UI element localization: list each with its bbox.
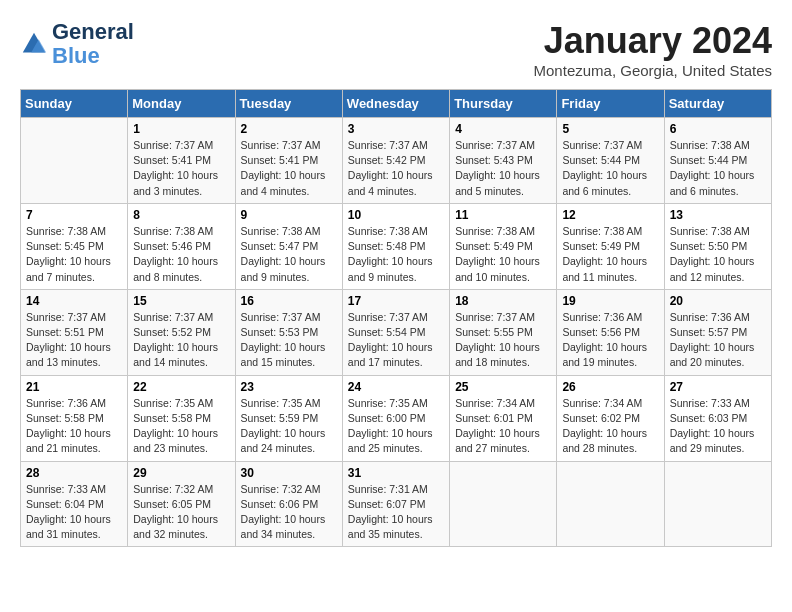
week-row-2: 7Sunrise: 7:38 AM Sunset: 5:45 PM Daylig… <box>21 203 772 289</box>
day-info: Sunrise: 7:31 AM Sunset: 6:07 PM Dayligh… <box>348 482 444 543</box>
day-cell: 29Sunrise: 7:32 AM Sunset: 6:05 PM Dayli… <box>128 461 235 547</box>
day-cell: 16Sunrise: 7:37 AM Sunset: 5:53 PM Dayli… <box>235 289 342 375</box>
day-cell: 30Sunrise: 7:32 AM Sunset: 6:06 PM Dayli… <box>235 461 342 547</box>
day-number: 11 <box>455 208 551 222</box>
location: Montezuma, Georgia, United States <box>534 62 772 79</box>
header-row: SundayMondayTuesdayWednesdayThursdayFrid… <box>21 90 772 118</box>
day-number: 12 <box>562 208 658 222</box>
day-number: 5 <box>562 122 658 136</box>
day-number: 7 <box>26 208 122 222</box>
day-cell: 8Sunrise: 7:38 AM Sunset: 5:46 PM Daylig… <box>128 203 235 289</box>
day-number: 17 <box>348 294 444 308</box>
day-cell <box>450 461 557 547</box>
day-info: Sunrise: 7:37 AM Sunset: 5:53 PM Dayligh… <box>241 310 337 371</box>
day-info: Sunrise: 7:38 AM Sunset: 5:44 PM Dayligh… <box>670 138 766 199</box>
day-info: Sunrise: 7:35 AM Sunset: 5:59 PM Dayligh… <box>241 396 337 457</box>
day-number: 26 <box>562 380 658 394</box>
day-info: Sunrise: 7:37 AM Sunset: 5:41 PM Dayligh… <box>241 138 337 199</box>
day-number: 15 <box>133 294 229 308</box>
day-cell: 28Sunrise: 7:33 AM Sunset: 6:04 PM Dayli… <box>21 461 128 547</box>
day-cell: 3Sunrise: 7:37 AM Sunset: 5:42 PM Daylig… <box>342 118 449 204</box>
day-cell: 1Sunrise: 7:37 AM Sunset: 5:41 PM Daylig… <box>128 118 235 204</box>
day-number: 9 <box>241 208 337 222</box>
day-cell: 4Sunrise: 7:37 AM Sunset: 5:43 PM Daylig… <box>450 118 557 204</box>
day-info: Sunrise: 7:35 AM Sunset: 5:58 PM Dayligh… <box>133 396 229 457</box>
day-number: 28 <box>26 466 122 480</box>
title-block: January 2024 Montezuma, Georgia, United … <box>534 20 772 79</box>
logo: General Blue <box>20 20 134 68</box>
day-info: Sunrise: 7:37 AM Sunset: 5:52 PM Dayligh… <box>133 310 229 371</box>
day-cell <box>21 118 128 204</box>
day-info: Sunrise: 7:33 AM Sunset: 6:03 PM Dayligh… <box>670 396 766 457</box>
day-info: Sunrise: 7:38 AM Sunset: 5:48 PM Dayligh… <box>348 224 444 285</box>
col-header-monday: Monday <box>128 90 235 118</box>
day-info: Sunrise: 7:38 AM Sunset: 5:49 PM Dayligh… <box>455 224 551 285</box>
day-cell: 14Sunrise: 7:37 AM Sunset: 5:51 PM Dayli… <box>21 289 128 375</box>
col-header-friday: Friday <box>557 90 664 118</box>
day-info: Sunrise: 7:37 AM Sunset: 5:41 PM Dayligh… <box>133 138 229 199</box>
day-cell: 24Sunrise: 7:35 AM Sunset: 6:00 PM Dayli… <box>342 375 449 461</box>
day-number: 16 <box>241 294 337 308</box>
day-number: 10 <box>348 208 444 222</box>
month-title: January 2024 <box>534 20 772 62</box>
day-number: 24 <box>348 380 444 394</box>
day-cell: 19Sunrise: 7:36 AM Sunset: 5:56 PM Dayli… <box>557 289 664 375</box>
day-info: Sunrise: 7:37 AM Sunset: 5:42 PM Dayligh… <box>348 138 444 199</box>
col-header-sunday: Sunday <box>21 90 128 118</box>
day-info: Sunrise: 7:34 AM Sunset: 6:02 PM Dayligh… <box>562 396 658 457</box>
day-cell: 7Sunrise: 7:38 AM Sunset: 5:45 PM Daylig… <box>21 203 128 289</box>
day-info: Sunrise: 7:37 AM Sunset: 5:51 PM Dayligh… <box>26 310 122 371</box>
day-number: 6 <box>670 122 766 136</box>
week-row-1: 1Sunrise: 7:37 AM Sunset: 5:41 PM Daylig… <box>21 118 772 204</box>
day-cell: 9Sunrise: 7:38 AM Sunset: 5:47 PM Daylig… <box>235 203 342 289</box>
day-cell: 20Sunrise: 7:36 AM Sunset: 5:57 PM Dayli… <box>664 289 771 375</box>
day-info: Sunrise: 7:38 AM Sunset: 5:50 PM Dayligh… <box>670 224 766 285</box>
col-header-saturday: Saturday <box>664 90 771 118</box>
week-row-4: 21Sunrise: 7:36 AM Sunset: 5:58 PM Dayli… <box>21 375 772 461</box>
day-info: Sunrise: 7:34 AM Sunset: 6:01 PM Dayligh… <box>455 396 551 457</box>
day-number: 8 <box>133 208 229 222</box>
day-info: Sunrise: 7:37 AM Sunset: 5:55 PM Dayligh… <box>455 310 551 371</box>
day-number: 18 <box>455 294 551 308</box>
day-number: 30 <box>241 466 337 480</box>
day-number: 21 <box>26 380 122 394</box>
day-info: Sunrise: 7:37 AM Sunset: 5:44 PM Dayligh… <box>562 138 658 199</box>
day-info: Sunrise: 7:38 AM Sunset: 5:45 PM Dayligh… <box>26 224 122 285</box>
day-info: Sunrise: 7:37 AM Sunset: 5:43 PM Dayligh… <box>455 138 551 199</box>
day-cell: 26Sunrise: 7:34 AM Sunset: 6:02 PM Dayli… <box>557 375 664 461</box>
day-cell: 21Sunrise: 7:36 AM Sunset: 5:58 PM Dayli… <box>21 375 128 461</box>
day-info: Sunrise: 7:37 AM Sunset: 5:54 PM Dayligh… <box>348 310 444 371</box>
day-cell: 31Sunrise: 7:31 AM Sunset: 6:07 PM Dayli… <box>342 461 449 547</box>
day-info: Sunrise: 7:36 AM Sunset: 5:56 PM Dayligh… <box>562 310 658 371</box>
day-cell: 22Sunrise: 7:35 AM Sunset: 5:58 PM Dayli… <box>128 375 235 461</box>
day-cell: 2Sunrise: 7:37 AM Sunset: 5:41 PM Daylig… <box>235 118 342 204</box>
day-number: 19 <box>562 294 658 308</box>
day-number: 14 <box>26 294 122 308</box>
col-header-thursday: Thursday <box>450 90 557 118</box>
day-cell: 25Sunrise: 7:34 AM Sunset: 6:01 PM Dayli… <box>450 375 557 461</box>
day-number: 4 <box>455 122 551 136</box>
day-cell: 23Sunrise: 7:35 AM Sunset: 5:59 PM Dayli… <box>235 375 342 461</box>
calendar-table: SundayMondayTuesdayWednesdayThursdayFrid… <box>20 89 772 547</box>
col-header-wednesday: Wednesday <box>342 90 449 118</box>
day-number: 31 <box>348 466 444 480</box>
day-number: 3 <box>348 122 444 136</box>
col-header-tuesday: Tuesday <box>235 90 342 118</box>
day-number: 25 <box>455 380 551 394</box>
day-info: Sunrise: 7:36 AM Sunset: 5:57 PM Dayligh… <box>670 310 766 371</box>
day-number: 20 <box>670 294 766 308</box>
day-info: Sunrise: 7:33 AM Sunset: 6:04 PM Dayligh… <box>26 482 122 543</box>
day-info: Sunrise: 7:38 AM Sunset: 5:47 PM Dayligh… <box>241 224 337 285</box>
day-cell: 27Sunrise: 7:33 AM Sunset: 6:03 PM Dayli… <box>664 375 771 461</box>
day-info: Sunrise: 7:35 AM Sunset: 6:00 PM Dayligh… <box>348 396 444 457</box>
day-number: 2 <box>241 122 337 136</box>
day-info: Sunrise: 7:38 AM Sunset: 5:46 PM Dayligh… <box>133 224 229 285</box>
day-number: 29 <box>133 466 229 480</box>
page-header: General Blue January 2024 Montezuma, Geo… <box>20 20 772 79</box>
day-cell: 5Sunrise: 7:37 AM Sunset: 5:44 PM Daylig… <box>557 118 664 204</box>
day-info: Sunrise: 7:36 AM Sunset: 5:58 PM Dayligh… <box>26 396 122 457</box>
day-cell: 13Sunrise: 7:38 AM Sunset: 5:50 PM Dayli… <box>664 203 771 289</box>
day-number: 27 <box>670 380 766 394</box>
day-number: 22 <box>133 380 229 394</box>
day-info: Sunrise: 7:38 AM Sunset: 5:49 PM Dayligh… <box>562 224 658 285</box>
